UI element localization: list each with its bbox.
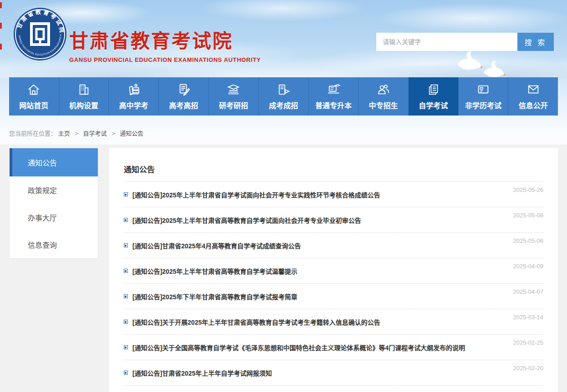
book-flag-icon	[277, 83, 290, 96]
announcement-date: 2025-02-20	[513, 365, 544, 372]
left-edge-marker	[0, 44, 2, 50]
dove-icon	[455, 50, 483, 75]
doc-bullet-icon	[124, 269, 128, 273]
nav-item-upgrade-program[interactable]: 普通专升本	[309, 77, 359, 116]
header-banner: 甘肃省教育考试院 GANSU PROVINCIAL EDUCATION EXAM…	[0, 0, 567, 145]
announcement-row: [通知公告]关于开展2025年上半年甘肃省高等教育自学考试考生考籍转入信息确认的…	[124, 309, 543, 335]
announcement-row: [通知公告]2025年上半年甘肃省自学考试面向社会开考专业实践性环节考核合格成绩…	[124, 182, 543, 207]
nav-item-label: 中专招生	[369, 100, 398, 111]
nav-item-label: 自学考试	[419, 100, 448, 111]
announcement-date: 2025-05-08	[513, 212, 544, 219]
nav-item-label: 网站首页	[19, 100, 48, 111]
announcement-link[interactable]: [通知公告]关于全国高等教育自学考试《毛泽东思想和中国特色社会主义理论体系概论》…	[132, 343, 465, 352]
announcement-row: [通知公告]甘肃省2025年上半年自学考试网报须知 2025-02-20	[124, 360, 543, 386]
announcement-date: 2025-04-07	[513, 288, 544, 295]
stacked-pages-icon	[426, 83, 440, 96]
breadcrumb-link-self-study[interactable]: 自学考试	[83, 130, 107, 137]
sidebar: 通知公告 政策规定 办事大厅 信息查询	[9, 148, 98, 259]
nav-item-organization[interactable]: 机构设置	[59, 77, 109, 116]
nav-item-self-study-exam[interactable]: 自学考试	[409, 77, 459, 116]
graduation-cap-icon	[227, 83, 240, 96]
nav-item-non-degree-exam[interactable]: 非学历考试	[459, 77, 509, 116]
nav-item-label: 高考高招	[169, 100, 198, 111]
laptop-cap-icon	[327, 83, 340, 96]
site-title: 甘肃省教育考试院	[69, 25, 261, 53]
search-button[interactable]: 搜 索	[517, 33, 554, 51]
announcement-link[interactable]: [通知公告]2025年上半年甘肃省高等教育自学考试面向社会开考专业毕业初审公告	[132, 216, 361, 225]
announcement-date: 2025-05-06	[513, 237, 544, 244]
page-content: 通知公告 政策规定 办事大厅 信息查询 通知公告 [通知公告]2025年上半年甘…	[9, 148, 558, 392]
doc-bullet-icon	[124, 345, 128, 349]
search-input[interactable]	[376, 33, 517, 51]
announcement-row: [通知公告]2025年上半年甘肃省高等教育自学考试面向社会开考专业毕业初审公告 …	[124, 207, 543, 233]
nav-item-graduate-exam[interactable]: 研考研招	[209, 77, 259, 116]
breadcrumb-link-notices[interactable]: 通知公告	[120, 130, 143, 137]
announcement-row: [通知公告]2025年上半年甘肃省高等教育自学考试温馨提示 2025-04-09	[124, 258, 543, 284]
announcement-link[interactable]: [通知公告]2025年下半年甘肃省高等教育自学考试报考简章	[132, 292, 297, 301]
home-icon	[27, 83, 40, 96]
announcement-row: [通知公告]2025年下半年甘肃省高等教育自学考试报考简章 2025-04-07	[124, 284, 543, 309]
announcement-row: [通知公告]甘肃省2025年4月高等教育自学考试成绩查询公告 2025-05-0…	[124, 233, 543, 258]
nav-item-label: 普通专升本	[315, 100, 352, 111]
announcement-link[interactable]: [通知公告]甘肃省2025年4月高等教育自学考试成绩查询公告	[132, 241, 301, 250]
sidebar-item-information-query[interactable]: 信息查询	[10, 231, 98, 258]
nav-item-home[interactable]: 网站首页	[9, 77, 59, 116]
announcement-date: 2025-04-09	[513, 263, 544, 270]
people-icon	[377, 83, 390, 96]
document-pen-icon	[177, 83, 191, 96]
nav-item-label: 成考成招	[269, 100, 298, 111]
left-edge-marker	[0, 2, 2, 8]
breadcrumb: 您当前所在位置： 主页 > 自学考试 > 通知公告	[9, 129, 143, 137]
nav-item-label: 机构设置	[69, 100, 98, 111]
doc-bullet-icon	[124, 320, 128, 324]
nav-item-label: 研考研招	[219, 100, 248, 111]
site-subtitle: GANSU PROVINCIAL EDUCATION EXAMINATIONS …	[69, 56, 261, 63]
announcement-link[interactable]: [通知公告]关于开展2025年上半年甘肃省高等教育自学考试考生考籍转入信息确认的…	[132, 317, 380, 327]
nav-item-high-school-exam[interactable]: 高中学考	[109, 77, 159, 116]
announcement-date: 2025-05-26	[513, 186, 544, 193]
announcement-link[interactable]: [通知公告]2025年上半年甘肃省自学考试面向社会开考专业实践性环节考核合格成绩…	[132, 190, 380, 199]
building-icon	[77, 83, 91, 96]
breadcrumb-prefix: 您当前所在位置：	[9, 130, 56, 137]
announcement-date: 2025-02-25	[513, 339, 544, 346]
search-box: 搜 索	[376, 33, 554, 51]
site-logo: 甘肃省教育考试院 GANSU PROVINCIAL EDUCATION EXAM…	[13, 7, 67, 61]
main-navigation: 网站首页 机构设置 高中学考 高考高招 研考研招 成考成招 普	[9, 77, 558, 116]
books-icon	[127, 83, 141, 96]
sidebar-item-service-hall[interactable]: 办事大厅	[10, 204, 98, 231]
doc-bullet-icon	[124, 294, 128, 298]
announcement-link[interactable]: [通知公告]甘肃省2025年上半年自学考试网报须知	[132, 368, 272, 377]
doc-bullet-icon	[124, 218, 128, 222]
nav-item-college-entrance[interactable]: 高考高招	[159, 77, 209, 116]
nav-item-information-disclosure[interactable]: 信息公开	[508, 77, 558, 116]
sidebar-item-label: 办事大厅	[28, 212, 57, 223]
sidebar-item-notices[interactable]: 通知公告	[10, 148, 98, 176]
doc-bullet-icon	[124, 192, 128, 196]
nav-item-label: 非学历考试	[465, 100, 501, 111]
nav-item-adult-exam[interactable]: 成考成招	[259, 77, 309, 116]
envelope-icon	[526, 83, 540, 96]
sidebar-item-label: 政策规定	[28, 185, 57, 196]
doc-bullet-icon	[124, 371, 128, 375]
page-title: 通知公告	[124, 148, 543, 175]
nav-item-vocational-admission[interactable]: 中专招生	[359, 77, 409, 116]
left-edge-marker	[0, 23, 2, 29]
nav-item-label: 高中学考	[119, 100, 148, 111]
announcement-row: [通知公告]关于全国高等教育自学考试《毛泽东思想和中国特色社会主义理论体系概论》…	[124, 335, 543, 360]
announcement-panel: 通知公告 [通知公告]2025年上半年甘肃省自学考试面向社会开考专业实践性环节考…	[109, 148, 558, 392]
sidebar-item-policies[interactable]: 政策规定	[10, 176, 98, 204]
doc-bullet-icon	[124, 243, 128, 247]
breadcrumb-separator: >	[111, 130, 115, 137]
sidebar-item-label: 通知公告	[28, 157, 57, 168]
id-card-icon	[476, 83, 490, 96]
breadcrumb-link-home[interactable]: 主页	[58, 130, 70, 137]
announcement-date: 2025-03-14	[513, 314, 544, 321]
sidebar-item-label: 信息查询	[28, 239, 57, 250]
announcement-link[interactable]: [通知公告]2025年上半年甘肃省高等教育自学考试温馨提示	[132, 266, 297, 276]
nav-item-label: 信息公开	[519, 100, 548, 111]
breadcrumb-separator: >	[75, 130, 78, 137]
